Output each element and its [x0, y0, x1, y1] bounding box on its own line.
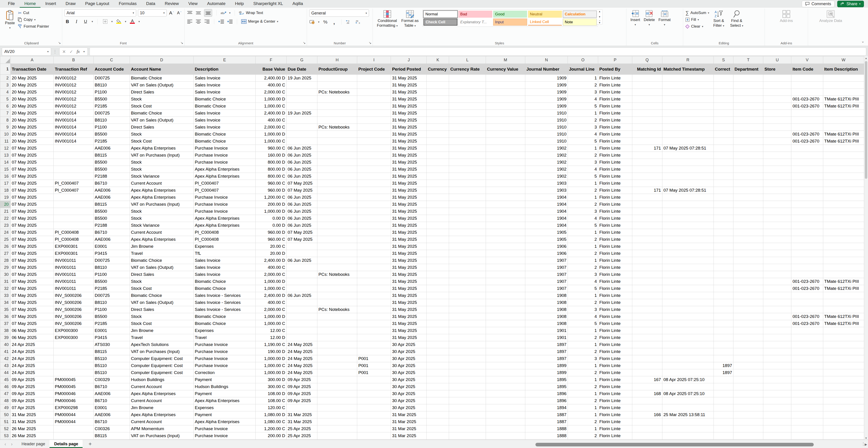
cell-O51[interactable]: 2	[568, 418, 598, 425]
cell-U43[interactable]	[763, 362, 791, 369]
cell-A43[interactable]: 24 Apr 2025	[11, 362, 54, 369]
orientation-button[interactable]: ab	[221, 10, 226, 16]
cell-V49[interactable]	[791, 404, 823, 411]
row-header-25[interactable]: 25	[0, 236, 11, 243]
row-header-48[interactable]: 48	[0, 397, 11, 404]
cell-C12[interactable]: AAE006	[93, 145, 130, 152]
cell-C22[interactable]: B5500	[93, 215, 130, 222]
cell-E11[interactable]: Biomatic Choice	[194, 138, 256, 145]
cell-W6[interactable]: TMate 612TXi PIII	[823, 103, 864, 110]
cell-E27[interactable]: TfL	[194, 250, 256, 257]
cell-O23[interactable]: 5	[568, 222, 598, 229]
cell-T48[interactable]	[734, 397, 763, 404]
cell-K9[interactable]	[427, 124, 449, 131]
cell-W10[interactable]: TMate 612TXi PIII	[823, 131, 864, 138]
row-header-11[interactable]: 11	[0, 138, 11, 145]
cell-A53[interactable]: 26 Mar 2025	[11, 432, 54, 439]
cell-H13[interactable]	[317, 152, 357, 159]
cell-S36[interactable]	[713, 313, 733, 320]
cell-G48[interactable]: 09 Apr 2025	[286, 397, 317, 404]
cell-M53[interactable]	[486, 432, 525, 439]
header-cell-B1[interactable]: Transaction Ref	[54, 64, 93, 75]
cell-T26[interactable]	[734, 243, 763, 250]
cell-W50[interactable]	[823, 411, 864, 418]
cell-K12[interactable]	[427, 145, 449, 152]
cell-Q28[interactable]	[632, 257, 662, 264]
cell-C38[interactable]: E0001	[93, 327, 130, 334]
conditional-formatting-button[interactable]: Conditional Formatting ▾	[375, 9, 400, 29]
cell-Q51[interactable]	[632, 418, 662, 425]
cell-R37[interactable]	[662, 320, 713, 327]
cell-R13[interactable]	[662, 152, 713, 159]
cell-K14[interactable]	[427, 159, 449, 166]
cell-B2[interactable]: INV001012	[54, 75, 93, 82]
cell-W30[interactable]	[823, 271, 864, 278]
cell-V32[interactable]: 001-023-2670	[791, 285, 823, 292]
cell-J34[interactable]: 31 May 2025	[391, 299, 427, 306]
cell-style-note[interactable]: Note	[563, 19, 597, 26]
cell-U51[interactable]	[763, 418, 791, 425]
row-header-7[interactable]: 7	[0, 110, 11, 117]
cell-J42[interactable]: 30 Apr 2025	[391, 355, 427, 362]
cell-O22[interactable]: 4	[568, 215, 598, 222]
cell-V25[interactable]	[791, 236, 823, 243]
cell-Q39[interactable]	[632, 334, 662, 341]
cell-R51[interactable]	[662, 418, 713, 425]
cell-U31[interactable]	[763, 278, 791, 285]
cell-I23[interactable]	[357, 222, 391, 229]
cell-I33[interactable]	[357, 292, 391, 299]
cell-I12[interactable]	[357, 145, 391, 152]
column-header-D[interactable]: D	[130, 56, 193, 64]
cell-W53[interactable]	[823, 432, 864, 439]
cell-I32[interactable]	[357, 285, 391, 292]
cell-F2[interactable]: 2,400.00 D	[256, 75, 286, 82]
cell-N41[interactable]: 1897	[525, 348, 567, 355]
cell-B31[interactable]: INV001011	[54, 278, 93, 285]
cell-C30[interactable]: P1100	[93, 271, 130, 278]
cell-I37[interactable]	[357, 320, 391, 327]
cell-V33[interactable]	[791, 292, 823, 299]
cell-H7[interactable]	[317, 110, 357, 117]
cell-N48[interactable]: 1896	[525, 397, 567, 404]
cell-O32[interactable]: 5	[568, 285, 598, 292]
cell-E44[interactable]: Correction	[194, 369, 256, 376]
font-size-select[interactable]: 10 ▾	[138, 9, 167, 17]
cell-Q24[interactable]	[632, 229, 662, 236]
cell-H19[interactable]	[317, 194, 357, 201]
cell-A9[interactable]: 20 May 2025	[11, 124, 54, 131]
row-header-24[interactable]: 24	[0, 229, 11, 236]
cell-O43[interactable]: 1	[568, 362, 598, 369]
cell-V37[interactable]: 001-023-2670	[791, 320, 823, 327]
cell-A32[interactable]: 07 May 2025	[11, 285, 54, 292]
row-header-50[interactable]: 50	[0, 411, 11, 418]
cell-U38[interactable]	[763, 327, 791, 334]
accounting-format-button[interactable]	[309, 19, 315, 25]
cell-A44[interactable]: 24 Apr 2025	[11, 369, 54, 376]
format-cells-button[interactable]: Format ▾	[657, 9, 673, 27]
cell-J8[interactable]: 31 May 2025	[391, 117, 427, 124]
cell-V52[interactable]	[791, 425, 823, 432]
cell-J35[interactable]: 31 May 2025	[391, 306, 427, 313]
number-format-select[interactable]: General ▾	[309, 9, 369, 17]
cell-J30[interactable]: 31 May 2025	[391, 271, 427, 278]
cell-J2[interactable]: 31 May 2025	[391, 75, 427, 82]
cell-C39[interactable]: P3415	[93, 334, 130, 341]
cell-J11[interactable]: 31 May 2025	[391, 138, 427, 145]
row-header-41[interactable]: 41	[0, 348, 11, 355]
cell-A14[interactable]: 07 May 2025	[11, 159, 54, 166]
paste-button[interactable]: Paste ▾	[3, 9, 17, 31]
cell-P30[interactable]: Florin Linte	[598, 271, 632, 278]
cell-B34[interactable]: INV_S000206	[54, 299, 93, 306]
cell-I13[interactable]	[357, 152, 391, 159]
cell-T10[interactable]	[734, 131, 763, 138]
cell-W15[interactable]	[823, 166, 864, 173]
cell-S45[interactable]	[713, 376, 733, 383]
cell-J43[interactable]: 30 Apr 2025	[391, 362, 427, 369]
cell-N4[interactable]: 1909	[525, 89, 567, 96]
cell-V29[interactable]	[791, 264, 823, 271]
cell-M30[interactable]	[486, 271, 525, 278]
cell-D25[interactable]: Apex Alpha Enterprises	[130, 236, 193, 243]
cell-N16[interactable]: 1902	[525, 173, 567, 180]
cell-H35[interactable]: PCs: Notebooks	[317, 306, 357, 313]
cell-J48[interactable]: 30 Apr 2025	[391, 397, 427, 404]
